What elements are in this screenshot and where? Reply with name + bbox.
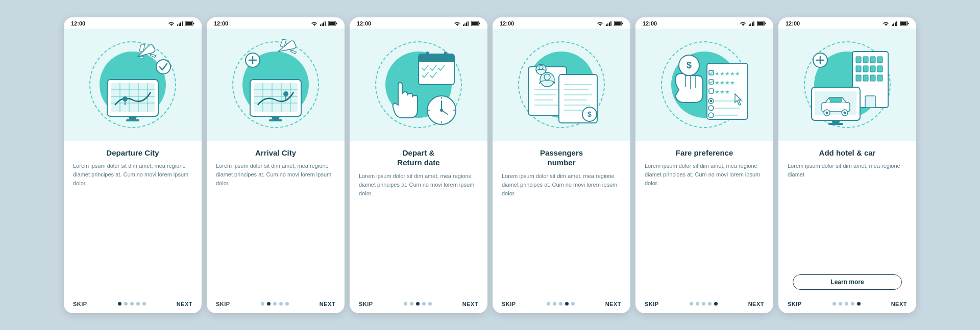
svg-rect-26 bbox=[336, 22, 337, 24]
svg-text:$: $ bbox=[587, 110, 592, 118]
svg-rect-124 bbox=[856, 57, 861, 63]
nav-bar-4: SKIP NEXT bbox=[493, 297, 630, 313]
status-time-2: 12:00 bbox=[214, 20, 228, 27]
svg-rect-45 bbox=[468, 21, 469, 26]
svg-rect-94 bbox=[757, 22, 764, 25]
nav-bar-6: SKIP NEXT bbox=[778, 297, 916, 313]
svg-text:★★★: ★★★ bbox=[715, 89, 730, 95]
wifi-icon-6 bbox=[883, 21, 890, 26]
desc-hotel-car: Lorem ipsum dolor sit dim amet, mea regi… bbox=[788, 162, 907, 270]
status-icons-2 bbox=[311, 21, 337, 26]
screen-departure-city: 12:00 bbox=[64, 17, 202, 313]
signal-icon-3 bbox=[463, 21, 469, 26]
next-button-1[interactable]: NEXT bbox=[177, 301, 192, 307]
svg-rect-122 bbox=[908, 22, 909, 24]
dot-3-4 bbox=[428, 302, 432, 306]
nav-bar-1: SKIP NEXT bbox=[64, 297, 202, 313]
wifi-icon-4 bbox=[597, 21, 604, 26]
dot-5-2 bbox=[702, 302, 705, 306]
svg-rect-118 bbox=[895, 22, 896, 26]
svg-rect-69 bbox=[622, 22, 623, 24]
illustration-passengers: $ bbox=[493, 29, 630, 141]
content-fare: Fare preference Lorem ipsum dolor sit di… bbox=[635, 141, 773, 297]
dot-6-0 bbox=[832, 302, 836, 306]
title-fare: Fare preference bbox=[645, 148, 764, 158]
desc-passengers: Lorem ipsum dolor sit dim amet, mea regi… bbox=[502, 172, 621, 293]
dot-3-2 bbox=[416, 302, 420, 306]
next-button-5[interactable]: NEXT bbox=[748, 301, 764, 307]
status-icons-1 bbox=[168, 21, 194, 26]
illustration-departure bbox=[64, 29, 202, 141]
skip-button-5[interactable]: SKIP bbox=[645, 301, 659, 307]
svg-text:★★★★★: ★★★★★ bbox=[715, 70, 740, 77]
svg-rect-121 bbox=[900, 22, 906, 25]
wifi-icon bbox=[168, 21, 175, 26]
signal-icon-4 bbox=[606, 21, 612, 26]
svg-rect-145 bbox=[828, 123, 843, 125]
dot-3-3 bbox=[422, 302, 426, 306]
svg-rect-66 bbox=[610, 21, 611, 26]
svg-rect-131 bbox=[877, 66, 883, 72]
nav-bar-5: SKIP NEXT bbox=[635, 297, 773, 313]
status-bar-3: 12:00 bbox=[350, 17, 487, 29]
title-arrival: Arrival City bbox=[216, 148, 335, 158]
svg-point-143 bbox=[844, 111, 846, 114]
svg-rect-63 bbox=[606, 24, 607, 26]
skip-button-1[interactable]: SKIP bbox=[73, 301, 87, 307]
svg-text:$: $ bbox=[687, 60, 692, 70]
dot-5-1 bbox=[696, 302, 699, 306]
next-button-6[interactable]: NEXT bbox=[891, 301, 907, 307]
svg-text:★★★★: ★★★★ bbox=[715, 80, 735, 86]
status-time-1: 12:00 bbox=[71, 20, 85, 27]
dot-2-2 bbox=[273, 302, 277, 306]
status-icons-3 bbox=[454, 21, 480, 26]
skip-button-6[interactable]: SKIP bbox=[788, 301, 802, 307]
svg-rect-68 bbox=[615, 22, 621, 25]
dot-3-0 bbox=[404, 302, 407, 306]
svg-point-36 bbox=[283, 91, 288, 96]
next-button-4[interactable]: NEXT bbox=[605, 301, 621, 307]
dot-4-3 bbox=[565, 302, 569, 306]
dots-6 bbox=[832, 302, 861, 306]
dot-4-0 bbox=[547, 302, 550, 306]
dot-6-2 bbox=[845, 302, 848, 306]
next-button-2[interactable]: NEXT bbox=[320, 301, 335, 307]
dot-2-3 bbox=[279, 302, 283, 306]
svg-rect-37 bbox=[272, 116, 279, 119]
skip-button-3[interactable]: SKIP bbox=[359, 301, 373, 307]
svg-rect-128 bbox=[856, 66, 861, 72]
battery-icon-2 bbox=[328, 21, 337, 26]
departure-illustration bbox=[84, 39, 181, 131]
dot-4-4 bbox=[571, 302, 575, 306]
svg-rect-21 bbox=[322, 23, 323, 26]
skip-button-4[interactable]: SKIP bbox=[502, 301, 516, 307]
svg-rect-125 bbox=[863, 57, 868, 63]
content-arrival: Arrival City Lorem ipsum dolor sit dim a… bbox=[207, 141, 345, 297]
dot-1-3 bbox=[136, 302, 140, 306]
dots-4 bbox=[547, 302, 575, 306]
dots-5 bbox=[690, 302, 718, 306]
skip-button-2[interactable]: SKIP bbox=[216, 301, 230, 307]
content-passengers: Passengers number Lorem ipsum dolor sit … bbox=[493, 141, 630, 297]
battery-icon-5 bbox=[757, 21, 766, 26]
title-passengers: Passengers number bbox=[502, 148, 621, 168]
svg-rect-3 bbox=[182, 21, 183, 26]
svg-rect-43 bbox=[464, 23, 465, 26]
svg-rect-0 bbox=[177, 24, 178, 26]
svg-rect-28 bbox=[254, 83, 298, 112]
screen-depart-return: 12:00 bbox=[350, 17, 487, 313]
svg-rect-1 bbox=[179, 23, 180, 26]
screen-arrival-city: 12:00 bbox=[207, 17, 345, 313]
dot-1-1 bbox=[124, 302, 128, 306]
learn-more-button[interactable]: Learn more bbox=[793, 274, 902, 290]
nav-bar-2: SKIP NEXT bbox=[207, 297, 345, 313]
next-button-3[interactable]: NEXT bbox=[462, 301, 478, 307]
svg-rect-18 bbox=[126, 119, 139, 121]
svg-rect-132 bbox=[856, 75, 861, 81]
svg-rect-91 bbox=[752, 22, 753, 26]
svg-rect-20 bbox=[320, 24, 321, 26]
dot-3-1 bbox=[410, 302, 413, 306]
content-hotel-car: Add hotel & car Lorem ipsum dolor sit di… bbox=[778, 141, 916, 297]
depart-return-illustration bbox=[370, 39, 467, 131]
hotel-car-illustration bbox=[799, 39, 896, 131]
